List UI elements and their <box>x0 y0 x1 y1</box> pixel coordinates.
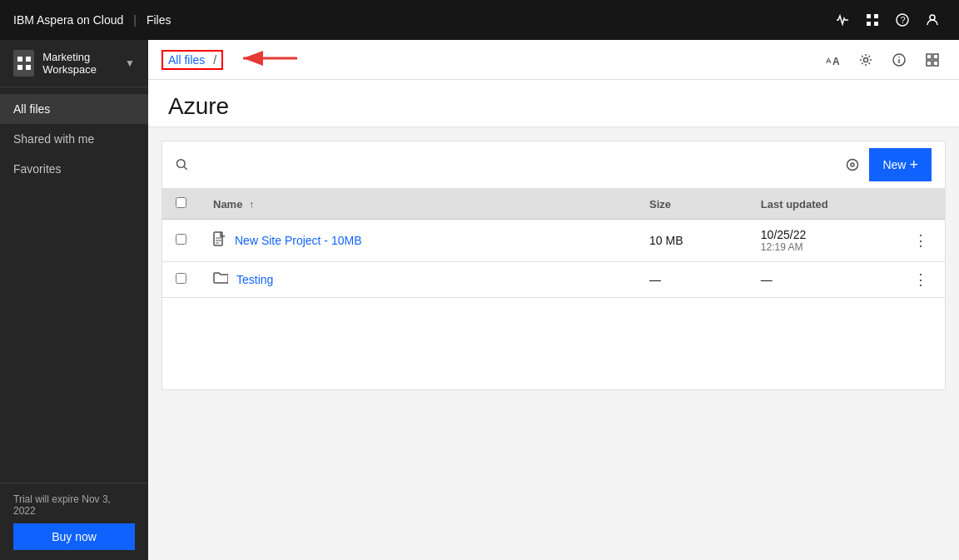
row-date-cell: 10/25/2212:19 AM <box>748 220 897 262</box>
search-input[interactable] <box>196 158 833 171</box>
row-file-icon <box>213 272 228 287</box>
workspace-left: Marketing Workspace <box>13 50 125 77</box>
svg-rect-20 <box>933 54 938 59</box>
file-search <box>176 158 832 171</box>
breadcrumb-item-all-files: All files / <box>161 50 223 70</box>
svg-point-26 <box>851 163 854 166</box>
new-button-label: New <box>882 158 906 171</box>
page-header: Azure <box>148 80 959 127</box>
sidebar-item-all-files[interactable]: All files <box>0 94 148 124</box>
text-size-icon: A A <box>826 53 839 67</box>
row-actions-cell: ⋮ <box>897 220 945 262</box>
layout-icon <box>926 53 939 67</box>
file-time: 12:19 AM <box>761 241 883 253</box>
main-layout: Marketing Workspace ▼ All files Shared w… <box>0 40 959 560</box>
file-browser: New + Name ↑ <box>148 127 959 560</box>
sidebar-item-shared-with-me-label: Shared with me <box>13 132 94 146</box>
breadcrumb-all-files-label: All files <box>168 53 205 67</box>
table-header-checkbox-cell <box>162 189 200 220</box>
svg-rect-9 <box>17 65 22 70</box>
row-more-button[interactable]: ⋮ <box>910 231 932 250</box>
grid-icon <box>866 13 879 27</box>
user-icon <box>926 13 939 27</box>
svg-text:A: A <box>826 57 832 65</box>
row-size-cell: 10 MB <box>636 220 748 262</box>
brand-name: IBM Aspera on Cloud <box>13 13 123 27</box>
file-size-empty: — <box>649 273 661 286</box>
workspace-grid-icon <box>16 55 32 72</box>
filter-icon <box>846 158 859 171</box>
row-name-content: Testing <box>213 272 623 287</box>
file-browser-inner: New + Name ↑ <box>161 141 946 390</box>
row-actions-cell: ⋮ <box>897 262 945 298</box>
topbar: IBM Aspera on Cloud | Files ? <box>0 0 959 40</box>
grid-icon-btn[interactable] <box>859 7 886 33</box>
svg-point-18 <box>898 56 900 57</box>
row-checkbox-0[interactable] <box>176 234 186 245</box>
workspace-selector[interactable]: Marketing Workspace ▼ <box>0 40 148 87</box>
table-header-last-updated[interactable]: Last updated <box>748 189 897 220</box>
user-icon-btn[interactable] <box>919 7 946 33</box>
table-header-size[interactable]: Size <box>636 189 748 220</box>
breadcrumb-separator: / <box>213 53 216 67</box>
sidebar-item-shared-with-me[interactable]: Shared with me <box>0 124 148 154</box>
file-table: Name ↑ Size Last updated <box>162 189 945 298</box>
row-name-label[interactable]: Testing <box>236 273 273 286</box>
table-header: Name ↑ Size Last updated <box>162 189 945 220</box>
row-checkbox-1[interactable] <box>176 273 186 284</box>
topbar-section: Files <box>147 13 171 27</box>
table-row: Testing — — ⋮ <box>162 262 945 298</box>
toolbar-right: New + <box>839 148 932 181</box>
row-date-cell: — <box>748 262 897 298</box>
row-checkbox-cell <box>162 220 200 262</box>
svg-rect-19 <box>927 54 932 59</box>
brand-separator: | <box>133 13 137 27</box>
workspace-chevron-icon: ▼ <box>125 57 135 69</box>
help-icon-btn[interactable]: ? <box>889 7 916 33</box>
trial-text: Trial will expire Nov 3, 2022 <box>13 493 135 517</box>
svg-point-15 <box>864 57 868 62</box>
layout-icon-btn[interactable] <box>919 47 946 73</box>
sidebar-footer: Trial will expire Nov 3, 2022 Buy now <box>0 483 148 560</box>
info-icon <box>892 53 906 67</box>
workspace-name: Marketing Workspace <box>42 51 125 76</box>
svg-rect-10 <box>26 65 31 70</box>
svg-rect-22 <box>933 61 938 66</box>
settings-icon <box>859 53 872 67</box>
filter-icon-btn[interactable] <box>839 151 866 178</box>
table-header-actions <box>897 189 945 220</box>
table-header-name[interactable]: Name ↑ <box>200 189 636 220</box>
svg-rect-0 <box>867 14 871 18</box>
file-date: 10/25/22 <box>761 228 883 241</box>
select-all-checkbox[interactable] <box>176 197 186 208</box>
new-button[interactable]: New + <box>869 148 932 181</box>
breadcrumb-all-files-link[interactable]: All files / <box>161 50 223 70</box>
sidebar-item-favorites[interactable]: Favorites <box>0 154 148 184</box>
file-toolbar: New + <box>162 141 945 189</box>
file-size: 10 MB <box>649 234 683 247</box>
sort-icon: ↑ <box>249 199 254 211</box>
svg-line-24 <box>184 166 186 169</box>
activity-icon-btn[interactable] <box>829 7 856 33</box>
row-name-content: New Site Project - 10MB <box>213 231 623 250</box>
row-size-cell: — <box>636 262 748 298</box>
file-doc-icon <box>213 231 226 246</box>
row-name-label[interactable]: New Site Project - 10MB <box>235 234 362 247</box>
svg-point-6 <box>930 15 935 20</box>
text-size-icon-btn[interactable]: A A <box>819 47 846 73</box>
info-icon-btn[interactable] <box>886 47 912 73</box>
svg-point-23 <box>176 160 185 168</box>
row-more-button[interactable]: ⋮ <box>910 270 932 289</box>
settings-icon-btn[interactable] <box>852 47 879 73</box>
activity-icon <box>836 13 849 27</box>
sidebar-nav: All files Shared with me Favorites <box>0 87 148 483</box>
annotation-arrow <box>235 47 301 72</box>
svg-rect-21 <box>927 61 932 66</box>
brand-area: IBM Aspera on Cloud | Files <box>13 13 171 27</box>
topbar-right: ? <box>829 7 946 33</box>
row-name-cell: New Site Project - 10MB <box>200 220 636 262</box>
content-area: All files / <box>148 40 959 560</box>
folder-icon <box>213 272 228 284</box>
buy-now-button[interactable]: Buy now <box>13 523 135 550</box>
file-date-empty: — <box>761 273 773 286</box>
